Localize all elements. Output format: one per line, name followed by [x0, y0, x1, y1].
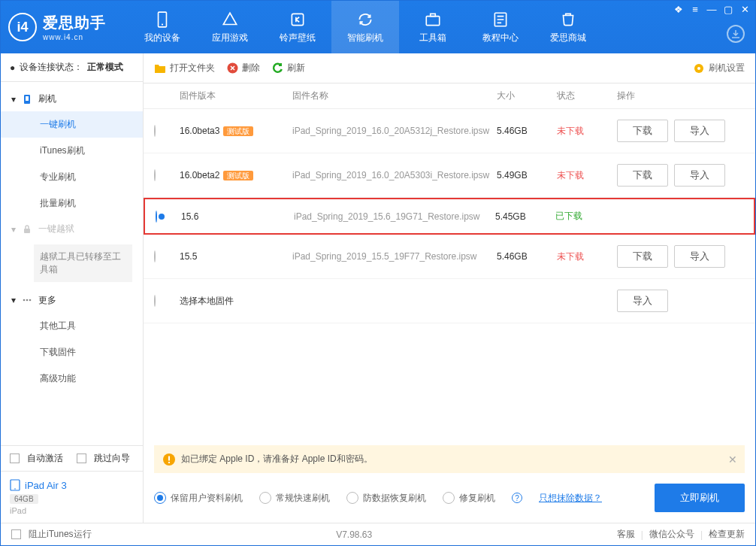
sidebar-item-more-2[interactable]: 高级功能: [1, 366, 143, 392]
sidebar-item-flash-0[interactable]: 一键刷机: [1, 111, 143, 138]
fw-size: 5.49GB: [497, 170, 557, 180]
download-button[interactable]: 下载: [617, 164, 668, 187]
warning-close-icon[interactable]: ✕: [728, 453, 737, 466]
download-button[interactable]: 下载: [617, 245, 668, 268]
sidebar-item-more-1[interactable]: 下载固件: [1, 339, 143, 366]
flash-opt-radio[interactable]: [346, 492, 358, 504]
jb-note: 越狱工具已转移至工具箱: [34, 244, 132, 282]
sidebar-group-flash[interactable]: ▾ 刷机: [1, 86, 143, 111]
table-row[interactable]: 16.0beta3测试版iPad_Spring_2019_16.0_20A531…: [144, 109, 755, 153]
svg-rect-3: [426, 16, 439, 25]
help-icon[interactable]: ?: [512, 493, 522, 503]
skip-guide-checkbox[interactable]: [77, 453, 86, 463]
row-radio[interactable]: [154, 125, 156, 137]
auto-activate-checkbox[interactable]: [10, 453, 20, 463]
flash-opt-radio[interactable]: [443, 492, 455, 504]
fw-size: 5.46GB: [497, 126, 557, 136]
folder-icon: [154, 63, 166, 74]
nav-tabs: 我的设备应用游戏铃声壁纸智能刷机工具箱教程中心爱思商城: [129, 1, 602, 53]
wc-close-icon[interactable]: ✕: [739, 4, 751, 15]
chevron-down-icon: ▾: [11, 295, 16, 305]
table-row[interactable]: 15.5iPad_Spring_2019_15.5_19F77_Restore.…: [144, 235, 755, 279]
nav-tab-6[interactable]: 爱思商城: [534, 1, 602, 53]
sidebar-item-more-0[interactable]: 其他工具: [1, 313, 143, 339]
fw-ops: 下载导入: [617, 120, 745, 142]
nav-icon: [356, 11, 374, 29]
sidebar-item-flash-1[interactable]: iTunes刷机: [1, 138, 143, 164]
nav-tab-5[interactable]: 教程中心: [467, 1, 534, 53]
nav-tab-3[interactable]: 智能刷机: [331, 1, 399, 53]
nav-tab-2[interactable]: 铃声壁纸: [264, 1, 331, 53]
nav-tab-4[interactable]: 工具箱: [399, 1, 467, 53]
table-row-local[interactable]: 选择本地固件导入: [144, 279, 755, 323]
col-status: 状态: [557, 89, 617, 102]
flash-opt-0[interactable]: 保留用户资料刷机: [154, 492, 243, 505]
download-indicator-icon[interactable]: [727, 25, 745, 43]
flash-opt-2[interactable]: 防数据恢复刷机: [346, 492, 426, 505]
warning-icon: [163, 453, 175, 466]
flash-opt-3[interactable]: 修复刷机: [443, 492, 495, 505]
fw-status: 未下载: [557, 250, 617, 263]
sidebar-group-jailbreak[interactable]: ▾ 一键越狱: [1, 217, 143, 241]
device-storage: 64GB: [10, 494, 38, 504]
row-radio[interactable]: [156, 211, 157, 223]
row-radio[interactable]: [154, 169, 156, 181]
import-button[interactable]: 导入: [674, 164, 725, 187]
import-button[interactable]: 导入: [674, 245, 725, 268]
import-button[interactable]: 导入: [674, 120, 725, 142]
flash-now-button[interactable]: 立即刷机: [655, 484, 745, 512]
erase-link[interactable]: 只想抹除数据？: [539, 492, 602, 505]
flash-opt-1[interactable]: 常规快速刷机: [259, 492, 330, 505]
block-itunes-checkbox[interactable]: [11, 529, 21, 539]
settings-button[interactable]: 刷机设置: [693, 62, 745, 74]
table-row[interactable]: 15.6iPad_Spring_2019_15.6_19G71_Restore.…: [144, 198, 755, 235]
row-radio[interactable]: [154, 250, 156, 262]
fw-name: iPad_Spring_2019_15.6_19G71_Restore.ipsw: [294, 211, 495, 222]
nav-tab-label: 教程中心: [482, 32, 519, 44]
nav-tab-label: 我的设备: [144, 32, 180, 44]
delete-label: 删除: [242, 62, 260, 74]
warning-bar: 如已绑定 Apple ID，请准备好 Apple ID和密码。 ✕: [154, 445, 745, 473]
flash-bar: 保留用户资料刷机常规快速刷机防数据恢复刷机修复刷机 ? 只想抹除数据？ 立即刷机: [144, 473, 755, 523]
warning-text: 如已绑定 Apple ID，请准备好 Apple ID和密码。: [181, 453, 373, 466]
import-button[interactable]: 导入: [617, 290, 668, 312]
delete-button[interactable]: 删除: [227, 62, 260, 74]
flash-opt-radio[interactable]: [259, 492, 271, 504]
wc-menu-icon[interactable]: ≡: [689, 4, 701, 15]
download-button[interactable]: 下载: [617, 120, 668, 142]
wc-skin-icon[interactable]: ❖: [673, 4, 685, 15]
fw-ops: 下载导入: [617, 164, 745, 187]
nav-tab-1[interactable]: 应用游戏: [196, 1, 264, 53]
wc-max-icon[interactable]: ▢: [722, 4, 734, 15]
svg-point-1: [162, 23, 163, 25]
table-row[interactable]: 16.0beta2测试版iPad_Spring_2019_16.0_20A530…: [144, 153, 755, 198]
refresh-button[interactable]: 刷新: [272, 62, 305, 74]
logo[interactable]: i4 爱思助手 www.i4.cn: [8, 13, 106, 41]
sidebar-item-flash-3[interactable]: 批量刷机: [1, 190, 143, 217]
local-fw-label: 选择本地固件: [180, 295, 292, 308]
fw-status: 未下载: [557, 169, 617, 182]
fw-status: 已下载: [555, 210, 615, 223]
window-controls: ❖ ≡ — ▢ ✕: [673, 4, 751, 15]
nav-tab-label: 铃声壁纸: [280, 32, 316, 44]
row-radio[interactable]: [154, 295, 156, 307]
flash-opt-radio[interactable]: [154, 492, 166, 504]
svg-point-9: [23, 299, 26, 302]
fw-version: 15.6: [181, 211, 294, 222]
footer-link-0[interactable]: 客服: [617, 528, 635, 541]
open-folder-button[interactable]: 打开文件夹: [154, 62, 215, 74]
nav-tab-0[interactable]: 我的设备: [129, 1, 196, 53]
sidebar-group-more[interactable]: ▾ 更多: [1, 288, 143, 313]
sidebar-item-flash-2[interactable]: 专业刷机: [1, 164, 143, 190]
refresh-icon: [272, 62, 283, 74]
nav-icon: [559, 11, 577, 29]
wc-min-icon[interactable]: —: [706, 4, 718, 15]
beta-tag: 测试版: [223, 126, 253, 136]
svg-rect-19: [168, 462, 170, 463]
col-ver: 固件版本: [180, 89, 292, 102]
conn-label: 设备连接状态：: [20, 61, 83, 74]
sidebar-device[interactable]: iPad Air 3 64GB iPad: [1, 471, 143, 523]
footer-link-2[interactable]: 检查更新: [709, 528, 745, 541]
footer-link-1[interactable]: 微信公众号: [649, 528, 694, 541]
brand-name: 爱思助手: [43, 13, 106, 33]
